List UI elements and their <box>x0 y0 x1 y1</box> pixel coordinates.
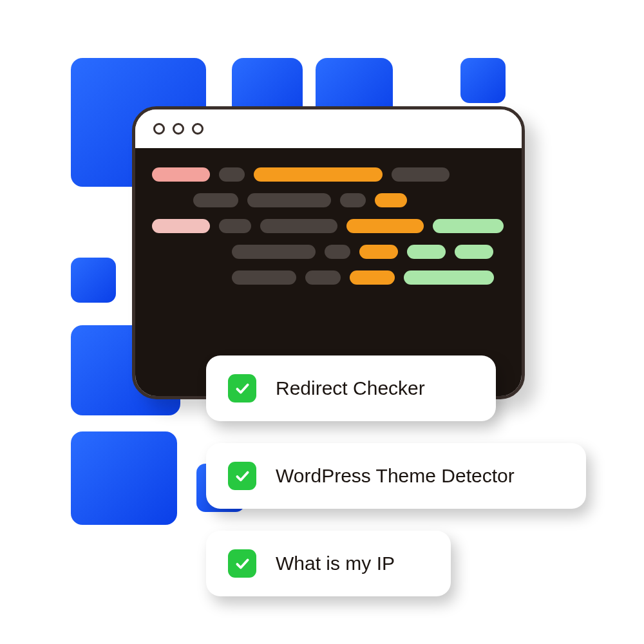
tool-label: What is my IP <box>276 553 395 574</box>
code-line <box>152 193 505 207</box>
window-control-icon <box>173 123 184 135</box>
tool-label: WordPress Theme Detector <box>276 465 515 487</box>
check-icon <box>228 462 256 490</box>
decorative-block <box>460 58 506 103</box>
code-line <box>152 245 505 259</box>
tool-item-redirect-checker[interactable]: Redirect Checker <box>206 355 496 421</box>
window-titlebar <box>135 109 522 148</box>
decorative-block <box>71 431 177 525</box>
check-icon <box>228 374 256 402</box>
code-line <box>152 167 505 182</box>
tool-item-what-is-my-ip[interactable]: What is my IP <box>206 531 451 596</box>
decorative-block <box>71 258 116 303</box>
tool-label: Redirect Checker <box>276 377 425 399</box>
window-control-icon <box>153 123 165 135</box>
code-line <box>152 219 505 233</box>
code-line <box>152 270 505 285</box>
window-control-icon <box>192 123 204 135</box>
check-icon <box>228 549 256 578</box>
tool-item-wordpress-theme-detector[interactable]: WordPress Theme Detector <box>206 443 586 509</box>
